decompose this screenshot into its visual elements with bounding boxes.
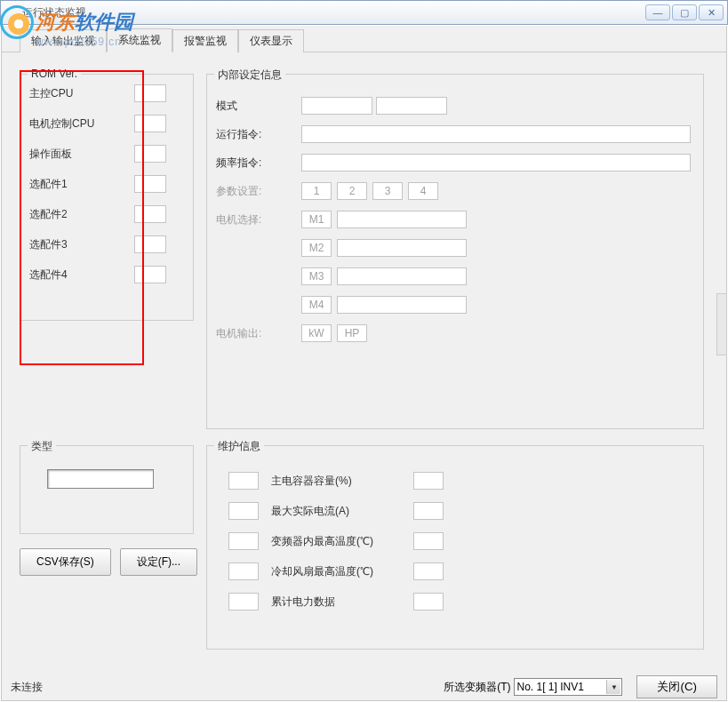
maintenance-group: 维护信息 主电容器容量(%) 最大实际电流(A) 变频器内最高温度(℃) 冷却风… [206, 445, 704, 650]
motorout-kw[interactable]: kW [301, 324, 332, 342]
rom-opt3-label: 选配件3 [29, 237, 99, 252]
tab-io-monitor[interactable]: 输入输出监视 [20, 29, 107, 52]
rom-motor-cpu-field [134, 115, 166, 132]
motorsel-m1[interactable]: M1 [301, 211, 332, 228]
csv-save-button[interactable]: CSV保存(S) [20, 548, 111, 576]
settings-button[interactable]: 设定(F)... [120, 548, 197, 576]
tab-content: ROM Ver. 主控CPU 电机控制CPU 操作面板 选配件1 选配件2 选配… [2, 54, 726, 675]
type-legend: 类型 [28, 439, 56, 454]
runcmd-label: 运行指令: [216, 127, 278, 142]
freqcmd-field [301, 154, 691, 172]
maint-cap-label: 主电容器容量(%) [271, 474, 413, 489]
maint-cap-left [228, 472, 259, 490]
mode-label: 模式 [216, 99, 278, 114]
rom-opt1-field [134, 175, 166, 193]
runcmd-field [301, 125, 691, 143]
rom-main-cpu-label: 主控CPU [29, 86, 99, 101]
motorsel-label: 电机选择: [216, 212, 278, 227]
maint-power-left [228, 593, 259, 610]
maint-cap-right [413, 472, 444, 490]
motorsel-m1-field [337, 211, 467, 228]
inverter-select-combo[interactable]: No. 1[ 1] INV1 ▼ [514, 678, 622, 696]
chevron-down-icon: ▼ [606, 680, 620, 694]
rom-version-group: ROM Ver. 主控CPU 电机控制CPU 操作面板 选配件1 选配件2 选配… [20, 74, 194, 321]
motorsel-m4-field [337, 296, 467, 314]
rom-opt3-field [134, 235, 166, 253]
paramset-3[interactable]: 3 [372, 182, 403, 200]
maint-temp2-right [413, 562, 444, 580]
rom-opt1-label: 选配件1 [29, 177, 99, 192]
rom-opt2-field [134, 205, 166, 223]
window-controls: — ▢ ✕ [645, 4, 724, 20]
client-area: 输入输出监视 系统监视 报警监视 仪表显示 ROM Ver. 主控CPU 电机控… [1, 26, 727, 701]
maint-temp1-right [413, 532, 444, 550]
maint-current-left [228, 502, 259, 520]
rom-main-cpu-field [134, 84, 166, 102]
mode-field-1 [301, 97, 372, 115]
type-group: 类型 [20, 445, 194, 534]
maint-temp1-left [228, 532, 259, 550]
close-window-button[interactable]: ✕ [699, 4, 724, 20]
maint-current-right [413, 502, 444, 520]
button-row: CSV保存(S) 设定(F)... [20, 548, 197, 576]
motorsel-m2-field [337, 239, 467, 257]
tab-alarm-monitor[interactable]: 报警监视 [172, 29, 238, 52]
maximize-button[interactable]: ▢ [672, 4, 697, 20]
inverter-select-value: No. 1[ 1] INV1 [516, 681, 583, 693]
rom-panel-label: 操作面板 [29, 147, 99, 162]
title-bar: 运行状态监视 — ▢ ✕ [0, 0, 728, 25]
type-field [47, 469, 154, 489]
status-bar: 未连接 所选变频器(T) No. 1[ 1] INV1 ▼ 关闭(C) [11, 677, 717, 697]
motorout-hp[interactable]: HP [337, 324, 367, 342]
rom-legend: ROM Ver. [28, 68, 81, 80]
motorsel-m3[interactable]: M3 [301, 267, 332, 285]
maint-temp2-label: 冷却风扇最高温度(℃) [271, 564, 413, 579]
maint-power-right [413, 593, 444, 610]
maint-legend: 维护信息 [214, 439, 264, 454]
inverter-select-label: 所选变频器(T) [444, 680, 510, 695]
paramset-4[interactable]: 4 [408, 182, 438, 200]
connection-status: 未连接 [11, 680, 43, 695]
motorsel-m4[interactable]: M4 [301, 296, 332, 314]
internal-legend: 内部设定信息 [214, 68, 285, 83]
freqcmd-label: 频率指令: [216, 156, 278, 171]
rom-motor-cpu-label: 电机控制CPU [29, 116, 99, 132]
scrollbar[interactable] [716, 293, 727, 355]
tab-system-monitor[interactable]: 系统监视 [107, 28, 172, 52]
tab-bar: 输入输出监视 系统监视 报警监视 仪表显示 [2, 29, 726, 52]
close-button[interactable]: 关闭(C) [636, 675, 717, 698]
paramset-2[interactable]: 2 [337, 182, 367, 200]
tab-meter-display[interactable]: 仪表显示 [238, 29, 304, 52]
app-icon [4, 5, 19, 20]
maint-current-label: 最大实际电流(A) [271, 504, 413, 519]
mode-field-2 [376, 97, 447, 115]
internal-settings-group: 内部设定信息 模式 运行指令: 频率指令: 参数设置: 1 [206, 74, 704, 429]
motorout-label: 电机输出: [216, 326, 278, 341]
motorsel-m2[interactable]: M2 [301, 239, 332, 257]
motorsel-m3-field [337, 267, 467, 285]
maint-power-label: 累计电力数据 [271, 594, 413, 610]
rom-opt4-label: 选配件4 [29, 267, 99, 283]
minimize-button[interactable]: — [645, 4, 670, 20]
rom-opt2-label: 选配件2 [29, 207, 99, 222]
rom-opt4-field [134, 266, 166, 283]
window-title: 运行状态监视 [22, 5, 86, 20]
paramset-label: 参数设置: [216, 184, 278, 199]
maint-temp2-left [228, 562, 259, 580]
maint-temp1-label: 变频器内最高温度(℃) [271, 534, 413, 549]
rom-panel-field [134, 145, 166, 163]
paramset-1[interactable]: 1 [301, 182, 332, 200]
